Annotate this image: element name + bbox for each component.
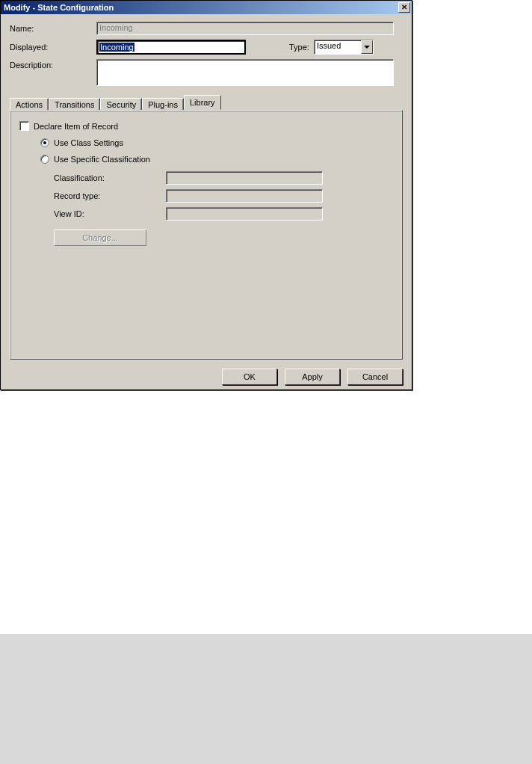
use-specific-row: Use Specific Classification — [40, 155, 393, 164]
tab-actions-label: Actions — [16, 100, 43, 109]
apply-button[interactable]: Apply — [285, 369, 340, 385]
type-label: Type: — [289, 43, 309, 52]
use-specific-label: Use Specific Classification — [54, 155, 150, 164]
tab-plugins-label: Plug-ins — [148, 100, 178, 109]
tab-library[interactable]: Library — [184, 95, 221, 110]
tab-plugins[interactable]: Plug-ins — [142, 98, 184, 111]
state-config-dialog: Modify - State Configuration ✕ Name: Inc… — [0, 0, 412, 390]
name-value: Incoming — [99, 23, 133, 32]
dialog-buttons: OK Apply Cancel — [1, 366, 412, 392]
type-dropdown[interactable]: Issued — [314, 40, 374, 55]
record-type-field — [166, 189, 323, 203]
tab-security-label: Security — [106, 100, 136, 109]
description-input[interactable] — [96, 59, 394, 86]
record-type-label: Record type: — [54, 191, 166, 200]
name-label: Name: — [10, 24, 96, 33]
page-footer-band — [0, 634, 532, 764]
name-field: Incoming — [96, 22, 394, 35]
view-id-row: View ID: — [54, 207, 393, 221]
close-button[interactable]: ✕ — [398, 2, 410, 13]
record-type-row: Record type: — [54, 189, 393, 203]
use-class-radio[interactable] — [40, 138, 49, 147]
declare-item-label: Declare Item of Record — [34, 122, 118, 131]
view-id-field — [166, 207, 323, 221]
name-row: Name: Incoming — [10, 22, 403, 35]
change-button-label: Change... — [82, 233, 118, 242]
tab-library-label: Library — [190, 98, 215, 107]
displayed-row: Displayed: Incoming Type: Issued — [10, 40, 403, 55]
form-area: Name: Incoming Displayed: Incoming Type:… — [1, 14, 412, 95]
tabstrip: Actions Transitions Security Plug-ins Li… — [1, 95, 412, 110]
classification-label: Classification: — [54, 173, 166, 182]
use-class-row: Use Class Settings — [40, 138, 393, 147]
tab-transitions[interactable]: Transitions — [49, 98, 100, 111]
titlebar: Modify - State Configuration ✕ — [1, 1, 412, 14]
apply-label: Apply — [302, 372, 323, 381]
close-icon: ✕ — [401, 3, 407, 11]
use-specific-radio[interactable] — [40, 155, 49, 164]
library-panel: Declare Item of Record Use Class Setting… — [10, 110, 403, 360]
tab-security[interactable]: Security — [100, 98, 142, 111]
displayed-input[interactable]: Incoming — [96, 40, 246, 55]
classification-field — [166, 171, 323, 185]
dialog-title: Modify - State Configuration — [4, 3, 398, 12]
declare-item-row: Declare Item of Record — [19, 121, 393, 131]
use-class-label: Use Class Settings — [54, 138, 123, 147]
description-row: Description: — [10, 59, 403, 86]
tab-actions[interactable]: Actions — [10, 98, 49, 111]
cancel-label: Cancel — [362, 372, 388, 381]
tab-transitions-label: Transitions — [55, 100, 94, 109]
displayed-label: Displayed: — [10, 43, 96, 52]
declare-item-checkbox[interactable] — [19, 121, 29, 131]
change-button: Change... — [54, 229, 146, 246]
displayed-value: Incoming — [99, 43, 134, 52]
description-label: Description: — [10, 59, 96, 70]
ok-label: OK — [244, 372, 256, 381]
type-value: Issued — [315, 40, 361, 54]
view-id-label: View ID: — [54, 209, 166, 218]
classification-row: Classification: — [54, 171, 393, 185]
cancel-button[interactable]: Cancel — [347, 369, 403, 385]
chevron-down-icon[interactable] — [361, 40, 373, 54]
ok-button[interactable]: OK — [222, 369, 277, 385]
